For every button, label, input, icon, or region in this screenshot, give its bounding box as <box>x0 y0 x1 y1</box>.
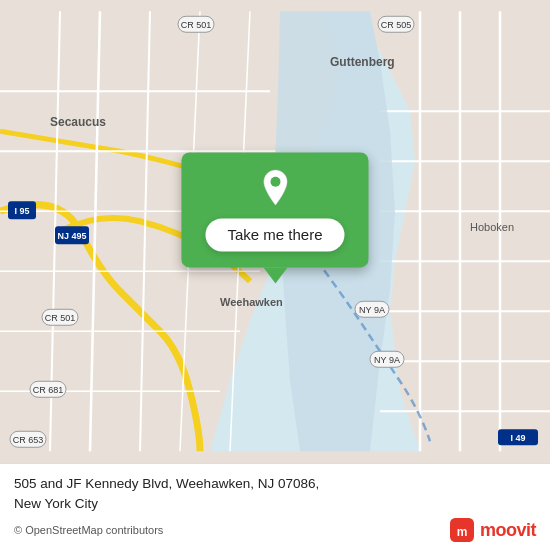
take-me-there-button[interactable]: Take me there <box>205 219 344 252</box>
popup-pointer <box>263 268 287 284</box>
svg-text:I 49: I 49 <box>510 433 525 443</box>
svg-text:Hoboken: Hoboken <box>470 221 514 233</box>
svg-text:Guttenberg: Guttenberg <box>330 55 395 69</box>
app: I 95 NJ 495 CR 501 CR 505 CR 501 CR 681 … <box>0 0 550 550</box>
svg-text:Weehawken: Weehawken <box>220 296 283 308</box>
svg-text:NJ 495: NJ 495 <box>57 231 86 241</box>
address-text: 505 and JF Kennedy Blvd, Weehawken, NJ 0… <box>14 474 536 515</box>
moovit-brand-text: moovit <box>480 520 536 541</box>
svg-point-49 <box>270 177 280 187</box>
osm-credit: © OpenStreetMap contributors <box>14 524 163 536</box>
svg-text:CR 681: CR 681 <box>33 385 64 395</box>
svg-text:I 95: I 95 <box>14 206 29 216</box>
location-pin-icon <box>255 169 295 209</box>
svg-text:CR 505: CR 505 <box>381 20 412 30</box>
svg-text:CR 653: CR 653 <box>13 435 44 445</box>
svg-text:Secaucus: Secaucus <box>50 115 106 129</box>
moovit-icon: m <box>450 518 474 542</box>
map-container: I 95 NJ 495 CR 501 CR 505 CR 501 CR 681 … <box>0 0 550 463</box>
svg-text:NY 9A: NY 9A <box>374 355 400 365</box>
svg-text:CR 501: CR 501 <box>45 313 76 323</box>
footer: 505 and JF Kennedy Blvd, Weehawken, NJ 0… <box>0 463 550 551</box>
footer-bottom: © OpenStreetMap contributors m moovit <box>14 518 536 542</box>
moovit-logo: m moovit <box>450 518 536 542</box>
popup-card: Take me there <box>181 153 368 268</box>
popup-overlay: Take me there <box>181 153 368 284</box>
svg-text:m: m <box>457 525 468 539</box>
svg-text:CR 501: CR 501 <box>181 20 212 30</box>
svg-text:NY 9A: NY 9A <box>359 305 385 315</box>
